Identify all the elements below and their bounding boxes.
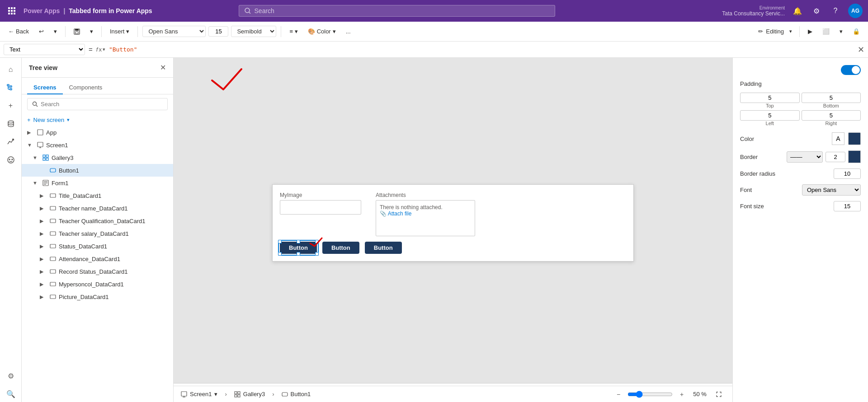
- zoom-out-button[interactable]: −: [613, 389, 624, 400]
- tree-item-record-status-dc[interactable]: ▶ Record Status_DataCard1: [22, 265, 173, 278]
- handle-tr[interactable]: [315, 240, 319, 243]
- responsive-dropdown[interactable]: ▾: [836, 26, 846, 37]
- handle-bl[interactable]: [278, 252, 282, 256]
- svg-point-22: [8, 157, 14, 163]
- zoom-slider[interactable]: [627, 391, 673, 398]
- responsive-icon[interactable]: ⬜: [819, 26, 833, 37]
- canvas-button-3[interactable]: Button: [365, 242, 402, 254]
- close-formula-icon[interactable]: ✕: [858, 45, 864, 55]
- font-size-right-input[interactable]: [834, 201, 861, 211]
- border-color-swatch[interactable]: [848, 150, 861, 163]
- padding-row: Padding: [740, 80, 861, 87]
- tree-item-mypersoncol-dc[interactable]: ▶ Mypersoncol_DataCard1: [22, 278, 173, 290]
- close-tree-icon[interactable]: ✕: [160, 63, 166, 72]
- tree-item-status-dc[interactable]: ▶ Status_DataCard1: [22, 240, 173, 252]
- align-button[interactable]: ≡ ▾: [286, 26, 301, 37]
- border-style-select[interactable]: —— - - - ···: [787, 151, 823, 163]
- svg-rect-61: [235, 395, 237, 397]
- formula-input[interactable]: [109, 46, 480, 53]
- notification-icon[interactable]: 🔔: [791, 5, 804, 17]
- fx-icon[interactable]: fx ▾: [96, 46, 105, 53]
- tab-screens[interactable]: Screens: [27, 81, 63, 94]
- tree-search-input[interactable]: [41, 101, 163, 108]
- grid-icon[interactable]: [5, 5, 18, 17]
- tree-item-teacher-name-dc[interactable]: ▶ Teacher name_DataCard1: [22, 202, 173, 215]
- tree-panel: Tree view ✕ Screens Components + New scr…: [22, 58, 174, 402]
- svg-rect-5: [14, 10, 15, 12]
- settings-icon[interactable]: ⚙: [810, 5, 823, 17]
- handle-tm[interactable]: [297, 240, 300, 243]
- treeview-icon[interactable]: [3, 79, 19, 96]
- save-button[interactable]: [70, 27, 84, 37]
- settings-side-icon[interactable]: ⚙: [3, 368, 19, 384]
- tree-header: Tree view ✕: [22, 58, 173, 78]
- tree-item-attendance-dc[interactable]: ▶ Attendance_DataCard1: [22, 252, 173, 265]
- tab-components[interactable]: Components: [63, 81, 109, 94]
- help-icon[interactable]: ?: [829, 5, 842, 17]
- myimage-input[interactable]: [280, 200, 361, 215]
- tree-item-teacher-sal-dc[interactable]: ▶ Teacher salary_DataCard1: [22, 227, 173, 240]
- tree-item-form1[interactable]: ▼ Form1: [22, 177, 173, 189]
- handle-bm[interactable]: [297, 252, 300, 256]
- handle-br[interactable]: [315, 252, 319, 256]
- border-radius-input[interactable]: [834, 168, 861, 179]
- tree-items: ▶ App ▼ Screen1 ▼: [22, 126, 173, 402]
- insert-icon[interactable]: +: [3, 98, 19, 114]
- svg-point-25: [33, 102, 37, 106]
- search-side-icon[interactable]: 🔍: [3, 386, 19, 402]
- home-icon[interactable]: ⌂: [3, 61, 19, 78]
- tree-item-teacher-qual-dc[interactable]: ▶ Teacher Qualification_DataCard1: [22, 215, 173, 227]
- font-row: Font Open Sans: [740, 184, 861, 196]
- breadcrumb-button[interactable]: Button1: [282, 391, 311, 397]
- tree-item-title-dc[interactable]: ▶ Title_DataCard1: [22, 189, 173, 202]
- tree-tabs: Screens Components: [22, 78, 173, 94]
- zoom-in-button[interactable]: +: [676, 389, 687, 400]
- padding-right-input[interactable]: [802, 110, 861, 121]
- color-swatch[interactable]: [848, 132, 861, 145]
- font-size-input[interactable]: [208, 26, 228, 37]
- editing-dropdown[interactable]: ▾: [787, 28, 795, 35]
- fullscreen-icon[interactable]: [712, 388, 725, 401]
- title-dc-label: Title_DataCard1: [59, 192, 168, 199]
- analytics-icon[interactable]: [3, 134, 19, 150]
- breadcrumb-gallery[interactable]: Gallery3: [234, 391, 265, 397]
- tree-item-app[interactable]: ▶ App: [22, 126, 173, 139]
- search-input[interactable]: [255, 7, 549, 14]
- ai-icon[interactable]: [3, 152, 19, 168]
- handle-tl[interactable]: [278, 240, 282, 243]
- attach-file-link[interactable]: 📎 Attach file: [380, 210, 471, 217]
- data-icon[interactable]: [3, 116, 19, 132]
- insert-button[interactable]: Insert ▾: [106, 26, 133, 37]
- padding-top-input[interactable]: [740, 93, 800, 103]
- padding-bottom-input[interactable]: [802, 93, 861, 103]
- back-button[interactable]: ← Back: [5, 26, 33, 37]
- tree-item-screen1[interactable]: ▼ Screen1: [22, 139, 173, 151]
- font-weight-select[interactable]: Semibold: [231, 26, 276, 37]
- color-text-icon[interactable]: A: [832, 132, 844, 145]
- undo-button[interactable]: ↩: [35, 26, 47, 37]
- padding-left-input[interactable]: [740, 110, 800, 121]
- tree-item-button1[interactable]: ▶ Button1: [22, 164, 173, 177]
- border-size-input[interactable]: [826, 152, 845, 162]
- save-dropdown[interactable]: ▾: [86, 26, 97, 37]
- lock-icon[interactable]: 🔒: [849, 26, 863, 37]
- font-family-select[interactable]: Open Sans: [142, 26, 206, 37]
- tree-item-gallery3[interactable]: ▼ Gallery3: [22, 151, 173, 164]
- new-screen-button[interactable]: + New screen ▾: [22, 114, 173, 126]
- more-options-button[interactable]: ...: [342, 26, 354, 37]
- breadcrumb-screen[interactable]: Screen1 ▾: [181, 391, 217, 397]
- canvas-button-2[interactable]: Button: [322, 242, 359, 254]
- undo-dropdown[interactable]: ▾: [50, 26, 61, 37]
- color-icon: 🎨: [308, 28, 315, 35]
- global-search[interactable]: [239, 5, 555, 17]
- preview-icon[interactable]: ▶: [804, 26, 816, 37]
- user-avatar[interactable]: AG: [848, 4, 863, 18]
- font-family-right-select[interactable]: Open Sans: [802, 184, 861, 196]
- toggle-switch[interactable]: [841, 65, 861, 75]
- new-screen-chevron-icon[interactable]: ▾: [67, 117, 70, 123]
- nothing-attached-text: There is nothing attached.: [380, 204, 471, 210]
- tree-search-box[interactable]: [27, 98, 168, 110]
- property-select[interactable]: Text: [4, 44, 85, 55]
- color-button[interactable]: 🎨 Color ▾: [304, 26, 340, 37]
- tree-item-picture-dc[interactable]: ▶ Picture_DataCard1: [22, 290, 173, 303]
